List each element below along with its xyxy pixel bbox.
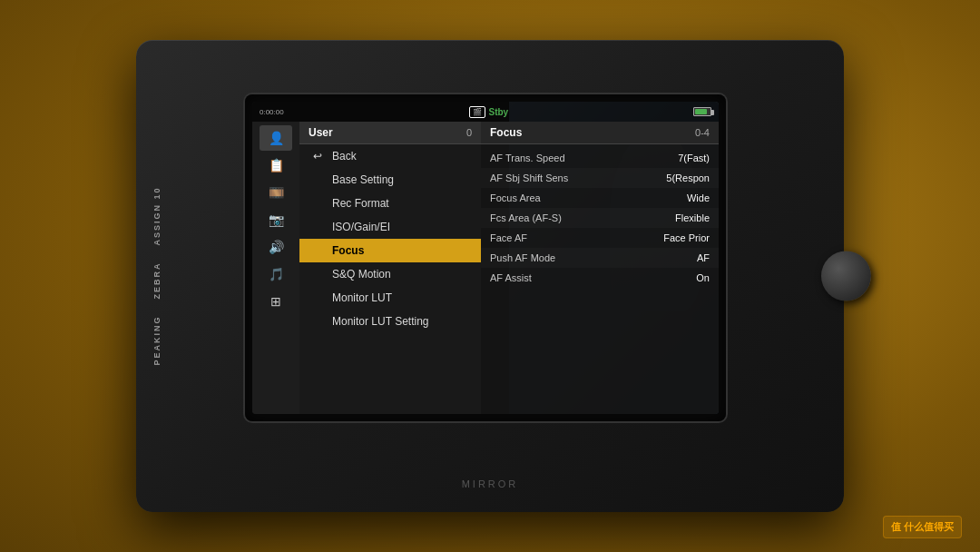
- fcs-area-label: Fcs Area (AF-S): [490, 212, 562, 223]
- af-sbj-label: AF Sbj Shift Sens: [490, 172, 568, 183]
- stby-icon: 🎬: [469, 106, 485, 118]
- menu-item-iso-label: ISO/Gain/EI: [332, 221, 390, 233]
- menu-item-rec-format[interactable]: Rec Format: [299, 192, 481, 215]
- menu-item-focus[interactable]: Focus: [299, 239, 481, 262]
- menu-header-title: User: [309, 126, 333, 139]
- detail-row-af-assist: AF Assist On: [481, 268, 719, 288]
- detail-row-af-sbj: AF Sbj Shift Sens 5(Respon: [481, 168, 719, 188]
- menu-header: User 0: [299, 122, 481, 144]
- battery-fill: [695, 109, 707, 114]
- timecode: 0:00:00: [260, 108, 284, 116]
- af-sbj-value: 5(Respon: [666, 172, 710, 183]
- nav-icon-user[interactable]: 👤: [260, 125, 292, 151]
- nav-icon-list[interactable]: 📋: [260, 153, 292, 178]
- detail-row-push-af: Push AF Mode AF: [481, 248, 719, 268]
- detail-panel: Focus 0-4 AF Trans. Speed 7(Fast) AF Sbj…: [481, 122, 719, 414]
- menu-item-back[interactable]: ↩ Back: [299, 144, 481, 168]
- watermark: 值 什么值得买: [883, 516, 962, 538]
- label-peaking: PEAKING: [152, 316, 162, 366]
- label-assign10: ASSIGN 10: [152, 186, 162, 245]
- left-labels: ASSIGN 10 ZEBRA PEAKING: [152, 186, 162, 365]
- status-center: 🎬 Stby: [469, 106, 509, 118]
- nav-icon-music[interactable]: 🎵: [260, 261, 292, 287]
- menu-item-monitor-lut-setting[interactable]: Monitor LUT Setting: [299, 310, 481, 333]
- focus-area-value: Wide: [687, 192, 710, 203]
- detail-num: 0-4: [695, 127, 710, 138]
- screen-bezel: 0:00:00 🎬 Stby 👤 📋 🎞️ 📷: [245, 94, 726, 421]
- left-nav: 👤 📋 🎞️ 📷 🔊 🎵 ⊞: [252, 122, 299, 414]
- detail-row-af-speed: AF Trans. Speed 7(Fast): [481, 148, 719, 168]
- menu-item-iso[interactable]: ISO/Gain/EI: [299, 215, 481, 239]
- face-af-value: Face Prior: [663, 232, 710, 243]
- right-knob[interactable]: [821, 251, 871, 301]
- face-af-label: Face AF: [490, 232, 527, 243]
- af-assist-label: AF Assist: [490, 272, 532, 283]
- detail-row-face-af: Face AF Face Prior: [481, 228, 719, 248]
- detail-header: Focus 0-4: [481, 122, 719, 144]
- camera-screen: 0:00:00 🎬 Stby 👤 📋 🎞️ 📷: [252, 102, 719, 414]
- stby-text: Stby: [489, 107, 509, 117]
- push-af-label: Push AF Mode: [490, 252, 555, 263]
- detail-row-focus-area: Focus Area Wide: [481, 188, 719, 208]
- back-icon: ↩: [310, 150, 325, 163]
- menu-items: ↩ Back Base Setting Rec Format: [299, 144, 481, 414]
- menu-item-rec-format-label: Rec Format: [332, 197, 389, 210]
- menu-item-sq-motion-label: S&Q Motion: [332, 268, 391, 281]
- main-content: 👤 📋 🎞️ 📷 🔊 🎵 ⊞ User 0: [252, 122, 719, 414]
- menu-panel: User 0 ↩ Back Base Setting: [299, 122, 481, 414]
- menu-item-focus-label: Focus: [332, 244, 364, 257]
- push-af-value: AF: [697, 252, 710, 263]
- menu-item-back-label: Back: [332, 150, 357, 163]
- camera-body: ASSIGN 10 ZEBRA PEAKING 0:00:00 🎬 Stby: [136, 40, 844, 512]
- menu-item-monitor-lut-label: Monitor LUT: [332, 291, 392, 304]
- menu-item-sq-motion[interactable]: S&Q Motion: [299, 262, 481, 286]
- nav-icon-camera[interactable]: 📷: [260, 207, 292, 232]
- nav-icon-grid[interactable]: ⊞: [260, 289, 292, 314]
- nav-icon-film[interactable]: 🎞️: [260, 180, 292, 205]
- status-bar: 0:00:00 🎬 Stby: [252, 102, 719, 122]
- focus-area-label: Focus Area: [490, 192, 541, 203]
- menu-item-base-setting[interactable]: Base Setting: [299, 168, 481, 192]
- detail-row-fcs-area: Fcs Area (AF-S) Flexible: [481, 208, 719, 228]
- watermark-text: 值 什么值得买: [891, 520, 954, 534]
- af-speed-label: AF Trans. Speed: [490, 153, 565, 163]
- menu-header-num: 0: [466, 127, 472, 138]
- menu-item-monitor-lut[interactable]: Monitor LUT: [299, 286, 481, 310]
- nav-icon-sound[interactable]: 🔊: [260, 234, 292, 260]
- menu-item-monitor-lut-setting-label: Monitor LUT Setting: [332, 315, 429, 328]
- label-zebra: ZEBRA: [152, 262, 162, 300]
- battery-icon: [693, 107, 711, 116]
- af-assist-value: On: [696, 272, 710, 283]
- detail-rows: AF Trans. Speed 7(Fast) AF Sbj Shift Sen…: [481, 144, 719, 414]
- af-speed-value: 7(Fast): [678, 153, 710, 163]
- detail-title: Focus: [490, 126, 522, 139]
- status-right: [693, 107, 711, 116]
- mirror-label: MIRROR: [462, 478, 519, 489]
- menu-item-base-setting-label: Base Setting: [332, 173, 394, 186]
- fcs-area-value: Flexible: [675, 212, 710, 223]
